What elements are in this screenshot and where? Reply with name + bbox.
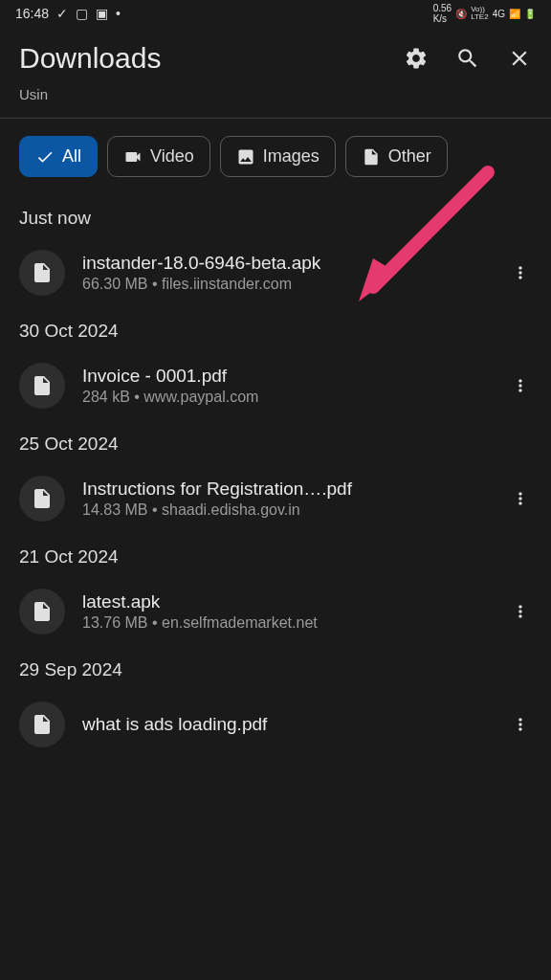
file-icon-wrap xyxy=(19,250,65,296)
more-vert-icon xyxy=(511,602,530,621)
more-vert-icon xyxy=(511,715,530,734)
file-name: what is ads loading.pdf xyxy=(82,714,484,735)
status-battery-icon: 🔋 xyxy=(524,9,536,19)
file-row[interactable]: latest.apk13.76 MB • en.selfmademarket.n… xyxy=(0,577,551,646)
check-icon xyxy=(35,147,55,167)
file-row[interactable]: what is ads loading.pdf xyxy=(0,690,551,759)
status-image-icon: ▢ xyxy=(76,6,88,21)
more-vert-icon xyxy=(511,489,530,508)
file-icon-wrap xyxy=(19,589,65,635)
section-header: 30 Oct 2024 xyxy=(0,307,551,351)
video-icon xyxy=(123,147,143,167)
file-icon xyxy=(31,487,54,510)
more-button[interactable] xyxy=(501,479,540,518)
header: Downloads xyxy=(0,27,551,82)
search-icon[interactable] xyxy=(455,46,480,71)
file-icon xyxy=(31,713,54,736)
more-button[interactable] xyxy=(501,254,540,292)
file-meta: 13.76 MB • en.selfmademarket.net xyxy=(82,614,484,632)
file-icon xyxy=(362,147,381,167)
settings-icon[interactable] xyxy=(404,46,429,71)
filter-chip-video[interactable]: Video xyxy=(107,136,210,177)
status-network: 4G xyxy=(493,9,505,19)
filter-chips: All Video Images Other xyxy=(0,119,551,194)
status-bar: 16:48 ✓ ▢ ▣ • 0.56K/s 🔇 Vo))LTE2 4G 📶 🔋 xyxy=(0,0,551,27)
file-name: latest.apk xyxy=(82,591,484,612)
filter-chip-all[interactable]: All xyxy=(19,136,98,177)
section-header: 25 Oct 2024 xyxy=(0,420,551,464)
file-meta: 66.30 MB • files.iinstander.com xyxy=(82,276,484,293)
file-name: Invoice - 0001.pdf xyxy=(82,366,484,387)
file-icon xyxy=(31,600,54,623)
more-vert-icon xyxy=(511,376,530,395)
file-name: Instructions for Registration….pdf xyxy=(82,479,484,500)
status-signal-icon: 📶 xyxy=(509,9,520,19)
file-icon-wrap xyxy=(19,476,65,522)
file-icon-wrap xyxy=(19,702,65,747)
file-name: instander-18.0-6946-beta.apk xyxy=(82,253,484,274)
file-meta: 284 kB • www.paypal.com xyxy=(82,389,484,406)
status-time: 16:48 xyxy=(15,6,49,21)
file-row[interactable]: Invoice - 0001.pdf284 kB • www.paypal.co… xyxy=(0,351,551,420)
file-meta: 14.83 MB • shaadi.edisha.gov.in xyxy=(82,501,484,519)
file-icon xyxy=(31,261,54,284)
filter-chip-other[interactable]: Other xyxy=(345,136,448,177)
status-mute-icon: 🔇 xyxy=(455,9,467,19)
file-row[interactable]: Instructions for Registration….pdf14.83 … xyxy=(0,464,551,533)
status-check-icon: ✓ xyxy=(56,6,68,21)
file-icon xyxy=(31,374,54,397)
file-row[interactable]: instander-18.0-6946-beta.apk66.30 MB • f… xyxy=(0,238,551,307)
images-icon xyxy=(236,147,255,167)
section-header: 29 Sep 2024 xyxy=(0,646,551,690)
file-icon-wrap xyxy=(19,363,65,409)
section-header: 21 Oct 2024 xyxy=(0,533,551,577)
filter-chip-images[interactable]: Images xyxy=(220,136,336,177)
more-button[interactable] xyxy=(501,367,540,405)
close-icon[interactable] xyxy=(507,46,532,71)
status-app-icon: ▣ xyxy=(96,6,108,21)
more-button[interactable] xyxy=(501,592,540,631)
status-dot-icon: • xyxy=(116,6,121,21)
page-title: Downloads xyxy=(19,42,161,75)
more-vert-icon xyxy=(511,263,530,282)
more-button[interactable] xyxy=(501,705,540,744)
header-subtext: Usin xyxy=(0,82,551,118)
section-header: Just now xyxy=(0,194,551,238)
